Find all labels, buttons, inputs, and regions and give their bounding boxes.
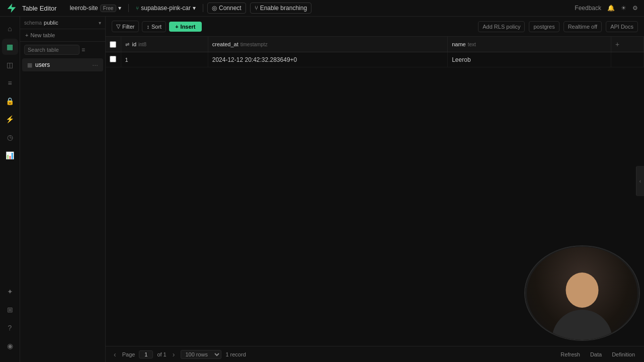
col-name-type: text (468, 42, 476, 47)
data-table: ⇌ id int8 created_at timestamptz (106, 37, 644, 67)
nav-functions[interactable]: ⚡ (2, 111, 18, 127)
branch-icon: ⑂ (136, 6, 139, 11)
video-overlay (524, 245, 640, 341)
icon-nav: ⌂ ▦ ◫ ≡ 🔒 ⚡ ◷ 📊 ✦ ⊞ ? ◉ (0, 17, 20, 362)
schema-label: schema (24, 20, 42, 26)
rows-per-page-select[interactable]: 100 rows 500 rows 1000 rows (181, 350, 221, 359)
nav-profile[interactable]: ◉ (2, 338, 18, 354)
realtime-button[interactable]: Realtime off (564, 21, 602, 32)
sort-button[interactable]: ↕ Sort (142, 21, 166, 32)
nav-integrations[interactable]: ⊞ (2, 302, 18, 318)
schema-selector[interactable]: schema public ▾ (20, 17, 105, 29)
branch-chevron-icon: ▾ (193, 5, 196, 12)
row-expand-cell (611, 52, 644, 67)
connect-button[interactable]: ◎ Connect (207, 3, 246, 14)
add-column-icon[interactable]: + (615, 40, 619, 48)
schema-chevron-icon: ▾ (99, 20, 101, 26)
nav-logs[interactable]: ◷ (2, 129, 18, 145)
definition-tab-button[interactable]: Definition (609, 350, 638, 358)
refresh-button[interactable]: Refresh (557, 350, 583, 358)
nav-reports[interactable]: 📊 (2, 147, 18, 163)
nav-docs[interactable]: ? (2, 320, 18, 336)
connect-icon: ◎ (212, 5, 217, 12)
search-table-input[interactable] (24, 45, 79, 55)
nav-home[interactable]: ⌂ (2, 21, 18, 37)
key-icon: ⇌ (125, 42, 129, 47)
col-created-at-name: created_at (212, 41, 238, 47)
record-count: 1 record (225, 351, 246, 357)
data-tab-button[interactable]: Data (587, 350, 605, 358)
connect-label: Connect (219, 5, 242, 12)
next-page-button[interactable]: › (171, 349, 177, 359)
person-head (566, 273, 599, 308)
filter-button[interactable]: ▽ Filter (112, 21, 139, 32)
branch-name: supabase-pink-car (141, 5, 191, 12)
person-silhouette (527, 247, 637, 340)
col-created-at-type: timestamptz (240, 42, 268, 47)
project-chevron-icon: ▾ (118, 5, 121, 12)
add-rls-button[interactable]: Add RLS policy (478, 21, 525, 32)
video-person (525, 246, 639, 340)
topbar: Table Editor leerob-site Free ▾ ⑂ supaba… (0, 0, 644, 17)
branching-icon: ⑂ (255, 5, 258, 12)
bell-icon[interactable]: 🔔 (607, 5, 615, 12)
bottom-bar: ‹ Page of 1 › 100 rows 500 rows 1000 row… (106, 346, 644, 362)
new-table-button[interactable]: + New table (20, 29, 105, 42)
postgres-button[interactable]: postgres (529, 21, 559, 32)
filter-icon[interactable]: ≡ (82, 46, 85, 53)
row-checkbox-cell (106, 52, 121, 67)
insert-button[interactable]: + Insert (169, 22, 201, 32)
row-created-at-cell: 2024-12-12 20:42:32.283649+0 (208, 52, 447, 67)
sort-label: Sort (151, 24, 162, 30)
table-list: ▦ users ··· (20, 58, 105, 362)
filter-label: Filter (122, 24, 134, 30)
toolbar: ▽ Filter ↕ Sort + Insert Add RLS policy … (106, 17, 644, 37)
insert-icon: + (175, 24, 178, 30)
col-header-add[interactable]: + (611, 37, 644, 52)
prev-page-button[interactable]: ‹ (112, 349, 118, 359)
col-header-id: ⇌ id int8 (121, 37, 208, 52)
col-id-name: id (132, 41, 137, 47)
col-header-name: name text (448, 37, 611, 52)
page-label: Page (122, 351, 135, 357)
new-table-label: New table (30, 32, 55, 38)
filter-icon: ▽ (116, 23, 120, 30)
branch-selector[interactable]: ⑂ supabase-pink-car ▾ (133, 4, 199, 13)
table-item-more-icon[interactable]: ··· (92, 61, 98, 69)
nav-rls[interactable]: 🔒 (2, 93, 18, 109)
supabase-logo (6, 3, 17, 14)
toolbar-right: Add RLS policy postgres Realtime off API… (478, 21, 638, 32)
side-panel-toggle[interactable]: ‹ (636, 166, 644, 196)
page-title: Table Editor (22, 5, 57, 12)
col-id-type: int8 (138, 42, 146, 47)
theme-icon[interactable]: ☀ (621, 5, 626, 12)
project-selector[interactable]: leerob-site Free ▾ (67, 4, 125, 13)
person-body (552, 310, 612, 340)
nav-extensions[interactable]: ✦ (2, 284, 18, 300)
nav-sql[interactable]: ≡ (2, 75, 18, 91)
bottom-right: Refresh Data Definition (557, 350, 638, 358)
page-number-input[interactable] (139, 350, 153, 358)
topbar-center: leerob-site Free ▾ ⑂ supabase-pink-car ▾… (67, 3, 575, 14)
sort-icon: ↕ (146, 24, 149, 30)
api-docs-button[interactable]: API Docs (606, 21, 638, 32)
nav-schema[interactable]: ◫ (2, 57, 18, 73)
select-all-checkbox[interactable] (110, 41, 116, 48)
enable-branching-button[interactable]: ⑂ Enable branching (250, 3, 311, 14)
settings-icon[interactable]: ⚙ (632, 5, 638, 12)
sidebar: schema public ▾ + New table ≡ ▦ users ··… (20, 17, 106, 362)
nav-table-editor[interactable]: ▦ (2, 39, 18, 55)
project-name: leerob-site (70, 5, 98, 12)
col-header-created-at: created_at timestamptz (208, 37, 447, 52)
feedback-button[interactable]: Feedback (575, 5, 601, 12)
row-checkbox[interactable] (110, 56, 116, 62)
row-id-cell: 1 (121, 52, 208, 67)
topbar-right: Feedback 🔔 ☀ ⚙ (575, 5, 638, 12)
plan-badge: Free (100, 5, 117, 12)
col-name-name: name (452, 41, 466, 47)
row-name-cell: Leerob (448, 52, 611, 67)
table-icon: ▦ (27, 62, 32, 68)
col-header-checkbox (106, 37, 121, 52)
insert-label: Insert (181, 24, 196, 30)
table-item-users[interactable]: ▦ users ··· (22, 58, 103, 71)
